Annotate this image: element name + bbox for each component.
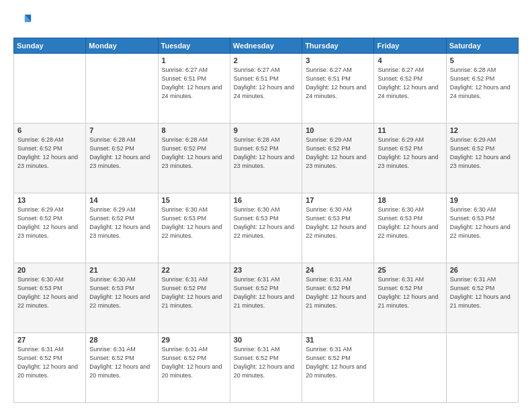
day-number: 11 (378, 126, 442, 134)
calendar-cell: 7Sunrise: 6:28 AM Sunset: 6:52 PM Daylig… (86, 124, 158, 193)
day-info: Sunrise: 6:28 AM Sunset: 6:52 PM Dayligh… (17, 136, 82, 171)
day-number: 5 (450, 56, 515, 64)
day-info: Sunrise: 6:30 AM Sunset: 6:53 PM Dayligh… (450, 205, 515, 240)
calendar-cell: 9Sunrise: 6:28 AM Sunset: 6:52 PM Daylig… (230, 124, 302, 193)
day-number: 22 (162, 266, 226, 274)
day-number: 31 (306, 336, 370, 344)
day-info: Sunrise: 6:28 AM Sunset: 6:52 PM Dayligh… (89, 136, 154, 171)
day-info: Sunrise: 6:31 AM Sunset: 6:52 PM Dayligh… (234, 275, 298, 310)
calendar-cell (86, 54, 158, 124)
day-info: Sunrise: 6:29 AM Sunset: 6:52 PM Dayligh… (450, 136, 515, 171)
calendar-cell: 17Sunrise: 6:30 AM Sunset: 6:53 PM Dayli… (302, 193, 374, 263)
calendar-cell: 28Sunrise: 6:31 AM Sunset: 6:52 PM Dayli… (86, 333, 158, 403)
day-number: 28 (89, 336, 154, 344)
day-of-week-monday: Monday (86, 38, 158, 54)
day-number: 29 (162, 336, 226, 344)
day-info: Sunrise: 6:28 AM Sunset: 6:52 PM Dayligh… (162, 136, 226, 171)
day-number: 25 (378, 266, 442, 274)
calendar-cell: 16Sunrise: 6:30 AM Sunset: 6:53 PM Dayli… (230, 193, 302, 263)
day-number: 26 (450, 266, 515, 274)
calendar-cell: 12Sunrise: 6:29 AM Sunset: 6:52 PM Dayli… (446, 124, 518, 193)
day-info: Sunrise: 6:31 AM Sunset: 6:52 PM Dayligh… (378, 275, 442, 310)
day-number: 7 (89, 126, 154, 134)
calendar-week-row: 1Sunrise: 6:27 AM Sunset: 6:51 PM Daylig… (14, 54, 519, 124)
calendar-cell: 15Sunrise: 6:30 AM Sunset: 6:53 PM Dayli… (158, 193, 230, 263)
day-info: Sunrise: 6:30 AM Sunset: 6:53 PM Dayligh… (162, 205, 226, 240)
day-of-week-thursday: Thursday (302, 38, 374, 54)
calendar-week-row: 6Sunrise: 6:28 AM Sunset: 6:52 PM Daylig… (14, 124, 519, 193)
day-info: Sunrise: 6:30 AM Sunset: 6:53 PM Dayligh… (234, 205, 298, 240)
day-number: 16 (234, 196, 298, 204)
day-info: Sunrise: 6:31 AM Sunset: 6:52 PM Dayligh… (234, 345, 298, 380)
day-info: Sunrise: 6:29 AM Sunset: 6:52 PM Dayligh… (17, 205, 82, 240)
day-number: 13 (17, 196, 82, 204)
day-number: 9 (234, 126, 298, 134)
header (13, 12, 519, 31)
day-number: 23 (234, 266, 298, 274)
day-info: Sunrise: 6:30 AM Sunset: 6:53 PM Dayligh… (378, 205, 442, 240)
day-info: Sunrise: 6:27 AM Sunset: 6:52 PM Dayligh… (378, 66, 442, 101)
calendar-cell: 23Sunrise: 6:31 AM Sunset: 6:52 PM Dayli… (230, 263, 302, 333)
calendar-cell: 1Sunrise: 6:27 AM Sunset: 6:51 PM Daylig… (158, 54, 230, 124)
calendar-cell (374, 333, 446, 403)
calendar-cell: 24Sunrise: 6:31 AM Sunset: 6:52 PM Dayli… (302, 263, 374, 333)
day-info: Sunrise: 6:29 AM Sunset: 6:52 PM Dayligh… (378, 136, 442, 171)
day-of-week-saturday: Saturday (446, 38, 518, 54)
day-number: 18 (378, 196, 442, 204)
calendar-cell: 11Sunrise: 6:29 AM Sunset: 6:52 PM Dayli… (374, 124, 446, 193)
day-info: Sunrise: 6:31 AM Sunset: 6:52 PM Dayligh… (306, 345, 370, 380)
calendar-cell: 5Sunrise: 6:28 AM Sunset: 6:52 PM Daylig… (446, 54, 518, 124)
calendar-cell: 26Sunrise: 6:31 AM Sunset: 6:52 PM Dayli… (446, 263, 518, 333)
day-of-week-friday: Friday (374, 38, 446, 54)
day-number: 17 (306, 196, 370, 204)
calendar-cell: 19Sunrise: 6:30 AM Sunset: 6:53 PM Dayli… (446, 193, 518, 263)
day-number: 30 (234, 336, 298, 344)
day-info: Sunrise: 6:30 AM Sunset: 6:53 PM Dayligh… (306, 205, 370, 240)
day-of-week-wednesday: Wednesday (230, 38, 302, 54)
day-number: 20 (17, 266, 82, 274)
calendar-cell: 31Sunrise: 6:31 AM Sunset: 6:52 PM Dayli… (302, 333, 374, 403)
calendar-cell: 25Sunrise: 6:31 AM Sunset: 6:52 PM Dayli… (374, 263, 446, 333)
day-number: 1 (162, 56, 226, 64)
calendar-header-row: SundayMondayTuesdayWednesdayThursdayFrid… (14, 38, 519, 54)
calendar-cell: 3Sunrise: 6:27 AM Sunset: 6:51 PM Daylig… (302, 54, 374, 124)
logo (13, 12, 35, 31)
calendar-cell: 14Sunrise: 6:29 AM Sunset: 6:52 PM Dayli… (86, 193, 158, 263)
day-info: Sunrise: 6:28 AM Sunset: 6:52 PM Dayligh… (234, 136, 298, 171)
day-number: 3 (306, 56, 370, 64)
calendar-week-row: 27Sunrise: 6:31 AM Sunset: 6:52 PM Dayli… (14, 333, 519, 403)
day-info: Sunrise: 6:31 AM Sunset: 6:52 PM Dayligh… (450, 275, 515, 310)
day-number: 8 (162, 126, 226, 134)
day-number: 12 (450, 126, 515, 134)
day-info: Sunrise: 6:28 AM Sunset: 6:52 PM Dayligh… (450, 66, 515, 101)
day-number: 21 (89, 266, 154, 274)
calendar-cell (14, 54, 86, 124)
day-info: Sunrise: 6:29 AM Sunset: 6:52 PM Dayligh… (306, 136, 370, 171)
day-info: Sunrise: 6:30 AM Sunset: 6:53 PM Dayligh… (17, 275, 82, 310)
day-info: Sunrise: 6:31 AM Sunset: 6:52 PM Dayligh… (162, 275, 226, 310)
calendar-cell: 2Sunrise: 6:27 AM Sunset: 6:51 PM Daylig… (230, 54, 302, 124)
calendar-cell: 29Sunrise: 6:31 AM Sunset: 6:52 PM Dayli… (158, 333, 230, 403)
day-info: Sunrise: 6:27 AM Sunset: 6:51 PM Dayligh… (306, 66, 370, 101)
day-number: 27 (17, 336, 82, 344)
day-info: Sunrise: 6:27 AM Sunset: 6:51 PM Dayligh… (234, 66, 298, 101)
day-number: 19 (450, 196, 515, 204)
calendar-cell: 30Sunrise: 6:31 AM Sunset: 6:52 PM Dayli… (230, 333, 302, 403)
day-number: 10 (306, 126, 370, 134)
day-info: Sunrise: 6:27 AM Sunset: 6:51 PM Dayligh… (162, 66, 226, 101)
calendar-week-row: 13Sunrise: 6:29 AM Sunset: 6:52 PM Dayli… (14, 193, 519, 263)
day-number: 24 (306, 266, 370, 274)
day-number: 6 (17, 126, 82, 134)
calendar-cell: 8Sunrise: 6:28 AM Sunset: 6:52 PM Daylig… (158, 124, 230, 193)
calendar-cell: 27Sunrise: 6:31 AM Sunset: 6:52 PM Dayli… (14, 333, 86, 403)
calendar-cell: 18Sunrise: 6:30 AM Sunset: 6:53 PM Dayli… (374, 193, 446, 263)
calendar-cell: 20Sunrise: 6:30 AM Sunset: 6:53 PM Dayli… (14, 263, 86, 333)
calendar-cell: 22Sunrise: 6:31 AM Sunset: 6:52 PM Dayli… (158, 263, 230, 333)
page: SundayMondayTuesdayWednesdayThursdayFrid… (0, 0, 532, 411)
day-number: 14 (89, 196, 154, 204)
calendar-cell: 6Sunrise: 6:28 AM Sunset: 6:52 PM Daylig… (14, 124, 86, 193)
day-number: 2 (234, 56, 298, 64)
logo-icon (13, 12, 32, 31)
day-info: Sunrise: 6:31 AM Sunset: 6:52 PM Dayligh… (17, 345, 82, 380)
day-number: 15 (162, 196, 226, 204)
